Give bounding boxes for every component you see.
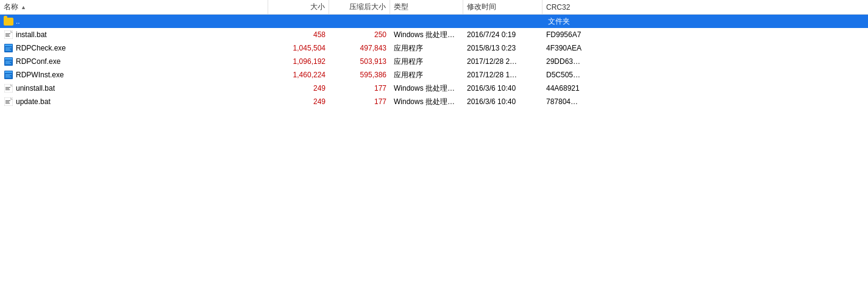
file-crc-cell: FD9956A7 <box>542 28 603 41</box>
file-modified-cell <box>728 15 807 28</box>
svg-rect-28 <box>5 102 9 102</box>
svg-rect-17 <box>5 71 12 73</box>
file-modified-cell: 2016/3/6 10:40 <box>463 82 542 95</box>
file-crc-cell <box>807 15 868 28</box>
file-name-cell: RDPCheck.exe <box>0 41 268 55</box>
table-row[interactable]: RDPCheck.exe1,045,504497,843应用程序2015/8/1… <box>0 41 868 55</box>
svg-rect-21 <box>5 77 11 77</box>
file-compressed-cell: 595,386 <box>329 68 390 82</box>
table-row[interactable]: RDPWInst.exe1,460,224595,386应用程序2017/12/… <box>0 68 868 82</box>
col-size-label: 大小 <box>310 2 325 12</box>
svg-rect-25 <box>5 89 10 90</box>
exe-icon <box>4 43 13 53</box>
table-row[interactable]: ..文件夹 <box>0 15 868 28</box>
exe-icon <box>4 57 13 66</box>
file-size-cell: 1,045,504 <box>268 41 329 55</box>
col-type[interactable]: 类型 <box>390 0 463 14</box>
file-name-cell: update.bat <box>0 95 268 108</box>
file-name-text: .. <box>16 17 20 26</box>
file-crc-cell: 4F390AEA <box>542 41 603 55</box>
file-name-text: RDPWInst.exe <box>16 71 64 79</box>
file-manager: 名称 ▲ 大小 压缩后大小 类型 修改时间 CRC32 ..文件夹 instal… <box>0 0 868 308</box>
file-type-cell: Windows 批处理… <box>390 95 463 108</box>
svg-rect-29 <box>5 103 10 103</box>
svg-rect-7 <box>5 47 12 48</box>
col-compressed[interactable]: 压缩后大小 <box>329 0 390 14</box>
file-size-cell <box>268 15 329 28</box>
exe-icon <box>4 70 13 80</box>
svg-rect-15 <box>5 63 11 64</box>
file-crc-cell: 44A68921 <box>542 82 603 95</box>
svg-rect-27 <box>5 100 10 101</box>
file-size-cell: 1,460,224 <box>268 68 329 82</box>
file-name-cell: install.bat <box>0 28 268 41</box>
col-name-label: 名称 <box>4 2 18 12</box>
file-type-cell: 应用程序 <box>390 41 463 55</box>
col-crc-label: CRC32 <box>546 3 570 12</box>
file-compressed-cell: 177 <box>329 95 390 108</box>
svg-rect-14 <box>5 62 10 63</box>
file-crc-cell: 29DD63… <box>542 55 603 68</box>
file-type-cell: Windows 批处理… <box>390 82 463 95</box>
svg-rect-5 <box>5 44 12 46</box>
file-type-cell: 应用程序 <box>390 68 463 82</box>
svg-rect-19 <box>5 74 12 75</box>
svg-rect-24 <box>5 88 9 89</box>
file-name-text: RDPCheck.exe <box>16 44 66 52</box>
file-crc-cell: D5C505… <box>542 68 603 82</box>
file-modified-cell: 2017/12/28 2… <box>463 55 542 68</box>
file-compressed-cell: 250 <box>329 28 390 41</box>
col-modified-label: 修改时间 <box>467 2 496 12</box>
svg-rect-11 <box>5 58 12 60</box>
svg-rect-9 <box>5 50 11 51</box>
file-name-text: RDPConf.exe <box>16 57 60 66</box>
table-row[interactable]: uninstall.bat249177Windows 批处理…2016/3/6 … <box>0 82 868 95</box>
file-name-text: install.bat <box>16 30 47 39</box>
svg-rect-20 <box>5 75 10 76</box>
svg-rect-8 <box>5 49 10 49</box>
svg-rect-23 <box>5 87 10 88</box>
col-crc[interactable]: CRC32 <box>542 0 603 14</box>
file-compressed-cell <box>329 15 390 28</box>
file-modified-cell: 2017/12/28 1… <box>463 68 542 82</box>
table-row[interactable]: update.bat249177Windows 批处理…2016/3/6 10:… <box>0 95 868 108</box>
file-type-cell: 文件夹 <box>390 15 728 28</box>
svg-rect-2 <box>5 35 9 35</box>
file-compressed-cell: 503,913 <box>329 55 390 68</box>
file-name-cell: RDPWInst.exe <box>0 68 268 82</box>
column-header: 名称 ▲ 大小 压缩后大小 类型 修改时间 CRC32 <box>0 0 868 15</box>
svg-rect-13 <box>5 61 12 61</box>
file-name-text: update.bat <box>16 97 51 106</box>
table-row[interactable]: RDPConf.exe1,096,192503,913应用程序2017/12/2… <box>0 55 868 68</box>
file-list: ..文件夹 install.bat458250Windows 批处理…2016/… <box>0 15 868 308</box>
file-compressed-cell: 497,843 <box>329 41 390 55</box>
svg-rect-1 <box>5 33 10 34</box>
file-name-cell: RDPConf.exe <box>0 55 268 68</box>
bat-icon <box>4 30 13 40</box>
col-compressed-label: 压缩后大小 <box>349 2 386 12</box>
svg-rect-3 <box>5 36 10 37</box>
col-name-sort-arrow: ▲ <box>21 4 26 10</box>
file-modified-cell: 2016/7/24 0:19 <box>463 28 542 41</box>
file-modified-cell: 2016/3/6 10:40 <box>463 95 542 108</box>
file-modified-cell: 2015/8/13 0:23 <box>463 41 542 55</box>
file-size-cell: 458 <box>268 28 329 41</box>
file-crc-cell: 787804… <box>542 95 603 108</box>
col-type-label: 类型 <box>394 2 408 12</box>
col-modified[interactable]: 修改时间 <box>463 0 542 14</box>
file-type-cell: Windows 批处理… <box>390 28 463 41</box>
file-size-cell: 249 <box>268 82 329 95</box>
file-compressed-cell: 177 <box>329 82 390 95</box>
folder-icon <box>4 16 13 26</box>
col-size[interactable]: 大小 <box>268 0 329 14</box>
file-name-cell: .. <box>0 15 268 28</box>
bat-icon <box>4 97 13 107</box>
file-type-cell: 应用程序 <box>390 55 463 68</box>
file-name-text: uninstall.bat <box>16 84 55 93</box>
file-name-cell: uninstall.bat <box>0 82 268 95</box>
table-row[interactable]: install.bat458250Windows 批处理…2016/7/24 0… <box>0 28 868 41</box>
bat-icon <box>4 83 13 93</box>
col-name[interactable]: 名称 ▲ <box>0 0 268 14</box>
file-size-cell: 249 <box>268 95 329 108</box>
file-size-cell: 1,096,192 <box>268 55 329 68</box>
